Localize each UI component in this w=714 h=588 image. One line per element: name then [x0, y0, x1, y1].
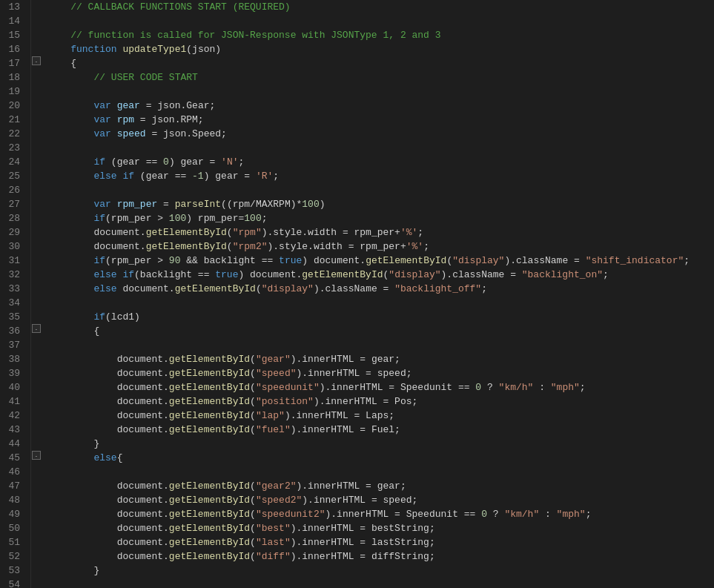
code-line-45 — [47, 465, 714, 479]
code-editor: 13 14 15 16 17 18 19 20 21 22 23 24 25 2… — [0, 0, 714, 588]
code-line-47: document.getElementById("speed2").innerH… — [47, 493, 714, 507]
code-line-34 — [47, 296, 714, 310]
code-line-19 — [47, 85, 714, 99]
code-line-39: document.getElementById("speed").innerHT… — [47, 366, 714, 380]
code-line-13: // CALLBACK FUNCTIONS START (REQUIRED) — [47, 0, 714, 14]
code-line-48: document.getElementById("speedunit2").in… — [47, 507, 714, 521]
code-line-41: document.getElementById("position").inne… — [47, 394, 714, 409]
code-line-35: if(lcd1) — [47, 310, 714, 324]
fold-icon-36[interactable]: - — [32, 324, 41, 333]
code-line-26 — [47, 183, 714, 197]
code-line-51: document.getElementById("diff").innerHTM… — [47, 549, 714, 564]
code-line-24: if (gear == 0) gear = 'N'; — [47, 155, 714, 169]
code-content: // CALLBACK FUNCTIONS START (REQUIRED) /… — [42, 0, 714, 588]
code-line-27: var rpm_per = parseInt((rpm/MAXRPM)*100) — [47, 197, 714, 211]
code-line-44b: else{ — [47, 451, 714, 465]
code-line-21: var rpm = json.RPM; — [47, 113, 714, 127]
code-line-44a: } — [47, 437, 714, 451]
code-line-30: document.getElementById("rpm2").style.wi… — [47, 240, 714, 254]
code-line-49: document.getElementById("best").innerHTM… — [47, 521, 714, 535]
code-line-51-close: } — [47, 564, 714, 578]
code-line-33: else document.getElementById("display").… — [47, 282, 714, 296]
code-line-40: document.getElementById("speedunit").inn… — [47, 380, 714, 394]
fold-icon-17[interactable]: - — [32, 56, 41, 65]
code-line-36: { — [47, 324, 714, 338]
code-line-42: document.getElementById("lap").innerHTML… — [47, 409, 714, 423]
fold-icon-44[interactable]: - — [32, 451, 41, 460]
code-line-22: var speed = json.Speed; — [47, 127, 714, 141]
code-line-32: else if(backlight == true) document.getE… — [47, 268, 714, 282]
code-line-17: { — [47, 56, 714, 70]
code-line-23 — [47, 141, 714, 155]
code-line-20: var gear = json.Gear; — [47, 99, 714, 113]
code-line-25: else if (gear == -1) gear = 'R'; — [47, 169, 714, 183]
code-line-16: function updateType1(json) — [47, 42, 714, 56]
line-numbers: 13 14 15 16 17 18 19 20 21 22 23 24 25 2… — [0, 0, 31, 588]
code-line-37 — [47, 338, 714, 352]
code-line-28: if(rpm_per > 100) rpm_per=100; — [47, 211, 714, 225]
code-line-18: // USER CODE START — [47, 70, 714, 85]
code-line-50: document.getElementById("last").innerHTM… — [47, 535, 714, 549]
code-line-38: document.getElementById("gear").innerHTM… — [47, 352, 714, 366]
code-line-31: if(rpm_per > 90 && backlight == true) do… — [47, 254, 714, 268]
fold-gutter: - - - — [31, 0, 42, 588]
code-line-46: document.getElementById("gear2").innerHT… — [47, 479, 714, 493]
code-line-15: // function is called for JSON-Response … — [47, 28, 714, 42]
code-line-43: document.getElementById("fuel").innerHTM… — [47, 423, 714, 437]
code-line-29: document.getElementById("rpm").style.wid… — [47, 225, 714, 240]
code-line-52 — [47, 578, 714, 588]
code-line-14 — [47, 14, 714, 28]
